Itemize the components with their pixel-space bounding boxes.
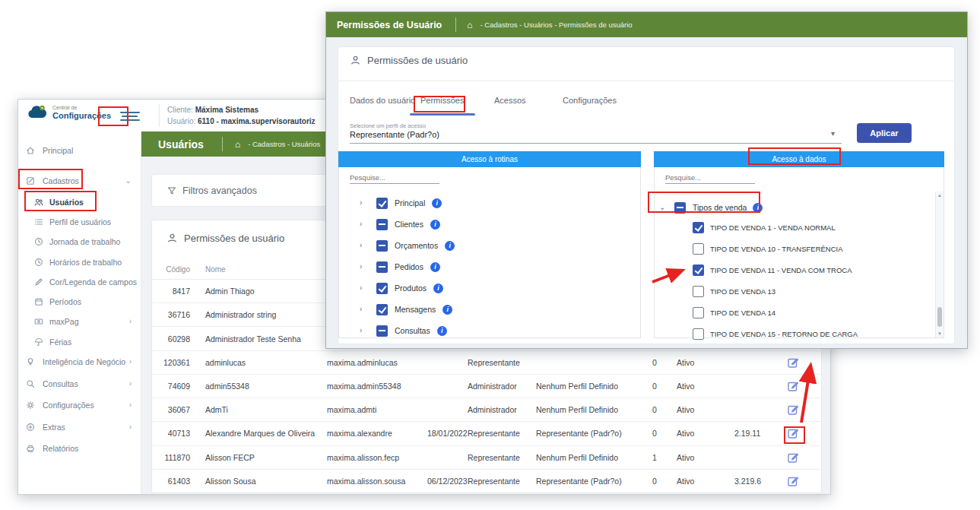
checkbox-checked[interactable]: [693, 222, 704, 233]
edit-user-button[interactable]: [788, 451, 800, 463]
column-header-codigo[interactable]: Código: [157, 265, 190, 273]
scroll-up-icon[interactable]: ▲: [936, 193, 944, 198]
dialog-section-title: Permissões de usuário: [367, 55, 468, 66]
tree-item-tipo-venda-10[interactable]: TIPO DE VENDA 10 - TRANSFERÊNCIA: [693, 242, 843, 255]
cell-login: maxima.admin55348: [327, 382, 401, 391]
sidebar-item-relatorios[interactable]: Relatórios: [18, 439, 141, 459]
edit-user-button[interactable]: [788, 356, 800, 368]
sidebar-item-label: Extras: [43, 423, 65, 432]
table-row[interactable]: 74609 admin55348 maxima.admin55348 Admin…: [152, 375, 821, 398]
checkbox-indeterminate[interactable]: [674, 202, 686, 214]
tree-item-tipo-venda-13[interactable]: TIPO DE VENDA 13: [693, 284, 775, 298]
cell-login: maxima.alexandre: [327, 429, 392, 438]
tree-item-consultas[interactable]: › Consultas i: [360, 324, 447, 337]
tab-permissoes[interactable]: Permissões: [420, 96, 464, 105]
sidebar-item-usuarios[interactable]: Usuários: [18, 192, 141, 213]
table-row[interactable]: 40713 Alexandre Marques de Oliveira maxi…: [152, 422, 821, 445]
sidebar-item-maxpag[interactable]: maxPag ›: [18, 312, 141, 332]
routines-search-input[interactable]: [350, 173, 439, 184]
sidebar-item-perfil-de-usuarios[interactable]: Perfil de usuários: [18, 212, 141, 233]
checkbox-checked[interactable]: [376, 304, 388, 315]
info-icon[interactable]: i: [433, 284, 443, 293]
sidebar-item-ferias[interactable]: Férias: [18, 332, 141, 353]
routines-panel-header: Acesso à rotinas: [338, 151, 641, 167]
tree-item-tipo-venda-14[interactable]: TIPO DE VENDA 14: [693, 306, 775, 319]
edit-user-button[interactable]: [788, 475, 800, 486]
chevron-right-icon[interactable]: ›: [360, 284, 366, 292]
tree-item-tipo-venda-15[interactable]: TIPO DE VENDA 15 - RETORNO DE CARGA: [693, 327, 858, 341]
home-icon[interactable]: ⌂: [467, 21, 472, 30]
profile-select[interactable]: Representante (Padr?o): [350, 130, 439, 139]
edit-user-button[interactable]: [788, 428, 800, 439]
tree-item-mensagens[interactable]: › Mensagens i: [360, 303, 452, 316]
checkbox-checked[interactable]: [376, 283, 388, 294]
checkbox-unchecked[interactable]: [693, 328, 704, 340]
tree-item-pedidos[interactable]: › Pedidos i: [360, 260, 440, 274]
checkbox-indeterminate[interactable]: [376, 240, 388, 252]
info-icon[interactable]: i: [437, 326, 447, 336]
chevron-right-icon[interactable]: ›: [360, 263, 366, 271]
tree-item-tipo-venda-11[interactable]: TIPO DE VENDA 11 - VENDA COM TROCA: [693, 263, 852, 277]
table-row[interactable]: 120361 adminlucas maxima.adminlucas Repr…: [152, 351, 821, 375]
chevron-right-icon[interactable]: ›: [360, 242, 366, 249]
apply-button[interactable]: Aplicar: [857, 123, 912, 143]
tree-item-clientes[interactable]: › Clientes i: [360, 217, 440, 231]
tree-item-tipos-de-venda[interactable]: ⌄ Tipos de venda i: [659, 201, 763, 214]
chevron-down-icon[interactable]: ⌄: [659, 204, 666, 211]
cell-perfil: Nenhum Perfil Definido: [536, 382, 618, 391]
sidebar-item-periodos[interactable]: Períodos: [18, 292, 141, 312]
sidebar-item-cor-legenda[interactable]: Cor/Legenda de campos: [18, 272, 141, 293]
cell-perfil: Representante (Padr?o): [536, 477, 622, 486]
column-header-nome[interactable]: Nome: [205, 265, 226, 273]
sidebar-item-consultas[interactable]: Consultas ›: [18, 374, 141, 394]
checkbox-indeterminate[interactable]: [376, 325, 388, 337]
sidebar-item-principal[interactable]: Principal: [18, 141, 141, 161]
cell-tipo: Representante: [468, 477, 520, 486]
tree-item-principal[interactable]: › Principal i: [360, 196, 442, 210]
hamburger-menu-icon[interactable]: [120, 111, 140, 125]
table-row[interactable]: 61403 Alisson Sousa maxima.alisson.sousa…: [152, 470, 821, 493]
sidebar-item-inteligencia-de-negocio[interactable]: Inteligência de Negócio ›: [18, 352, 141, 372]
sidebar-item-jornada-de-trabalho[interactable]: Jornada de trabalho: [18, 232, 141, 252]
tab-configuracoes[interactable]: Configurações: [563, 96, 617, 105]
edit-user-button[interactable]: [788, 380, 800, 391]
chevron-right-icon[interactable]: ›: [360, 199, 366, 207]
home-icon[interactable]: ⌂: [235, 140, 240, 149]
tree-item-produtos[interactable]: › Produtos i: [360, 281, 443, 295]
scrollbar[interactable]: ▲ ▼: [935, 192, 944, 337]
checkbox-unchecked[interactable]: [693, 243, 704, 255]
checkbox-checked[interactable]: [693, 265, 704, 276]
tab-dados-do-usuario[interactable]: Dados do usuário: [350, 96, 415, 105]
tab-acessos[interactable]: Acessos: [494, 96, 526, 105]
chevron-right-icon[interactable]: ›: [360, 220, 366, 228]
chevron-right-icon[interactable]: ›: [360, 306, 366, 313]
info-icon[interactable]: i: [442, 305, 452, 315]
info-icon[interactable]: i: [445, 241, 455, 251]
chevron-right-icon[interactable]: ›: [360, 327, 366, 334]
sidebar-item-extras[interactable]: Extras ›: [18, 417, 141, 438]
checkbox-checked[interactable]: [376, 198, 388, 209]
sidebar-item-label: Relatórios: [43, 444, 78, 453]
checkbox-unchecked[interactable]: [693, 307, 704, 318]
sidebar-item-cadastros[interactable]: Cadastros ⌄: [18, 171, 141, 192]
checkbox-unchecked[interactable]: [693, 286, 704, 297]
sidebar-item-configuracoes[interactable]: Configurações ›: [18, 395, 141, 416]
sidebar-item-horarios-de-trabalho[interactable]: Horários de trabalho: [18, 252, 141, 273]
edit-user-button[interactable]: [788, 404, 800, 416]
tree-item-tipo-venda-1[interactable]: TIPO DE VENDA 1 - VENDA NORMAL: [693, 220, 836, 234]
scroll-down-icon[interactable]: ▼: [936, 331, 944, 336]
scrollbar-thumb[interactable]: [937, 307, 942, 327]
data-search-input[interactable]: [665, 173, 755, 184]
info-icon[interactable]: i: [430, 262, 440, 272]
info-icon[interactable]: i: [430, 220, 440, 230]
checkbox-indeterminate[interactable]: [376, 261, 388, 273]
cell-status: Ativo: [677, 358, 694, 367]
table-row[interactable]: 111870 Alisson FECP maxima.alisson.fecp …: [152, 446, 821, 470]
table-row[interactable]: 36067 AdmTi maxima.admti Administrador N…: [152, 398, 821, 422]
cell-data: 06/12/2023: [427, 477, 468, 486]
tree-item-orcamentos[interactable]: › Orçamentos i: [360, 239, 455, 252]
checkbox-indeterminate[interactable]: [376, 219, 388, 230]
info-icon[interactable]: i: [432, 198, 442, 208]
info-icon[interactable]: i: [753, 203, 763, 213]
caret-down-icon[interactable]: ▾: [831, 129, 835, 138]
